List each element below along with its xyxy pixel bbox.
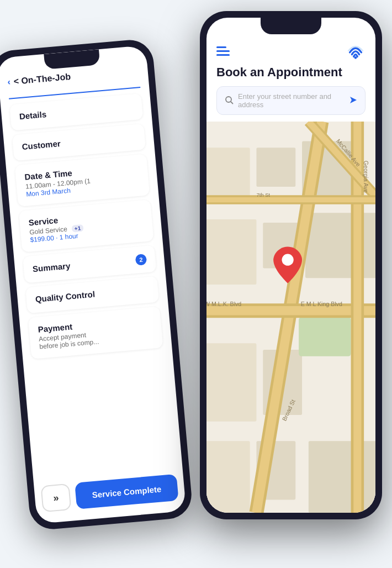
svg-rect-13 xyxy=(206,441,250,513)
hamburger-line-3 xyxy=(216,54,230,56)
menu-item-datetime[interactable]: Date & Time 11.00am - 12.00pm (1 Mon 3rd… xyxy=(15,154,150,207)
svg-rect-15 xyxy=(299,317,351,356)
location-arrow-icon xyxy=(349,96,357,106)
map-area: Georgia Ave McCallie Ave W M.L.K. Blvd E… xyxy=(206,122,375,513)
phone-front: Book an Appointment Enter your street nu… xyxy=(200,11,382,519)
summary-row: Summary 2 xyxy=(32,254,147,275)
svg-rect-8 xyxy=(206,219,256,285)
quality-control-label: Quality Control xyxy=(35,285,150,304)
svg-point-0 xyxy=(354,56,357,59)
back-phone-header: ‹ < On-The-Job xyxy=(7,66,140,92)
back-phone-title: < On-The-Job xyxy=(13,72,71,87)
search-input[interactable]: Enter your street number and address xyxy=(238,92,345,109)
hamburger-menu-icon[interactable] xyxy=(216,46,230,56)
skip-button[interactable]: » xyxy=(40,483,71,512)
svg-text:Georgia Ave: Georgia Ave xyxy=(363,161,369,193)
svg-text:7th St: 7th St xyxy=(256,192,270,198)
back-chevron-icon[interactable]: ‹ xyxy=(7,77,11,87)
details-label: Details xyxy=(19,102,134,121)
hamburger-line-1 xyxy=(216,46,226,48)
front-phone-notch xyxy=(261,18,321,34)
customer-label: Customer xyxy=(22,132,136,151)
address-search-bar[interactable]: Enter your street number and address xyxy=(216,86,365,115)
back-phone-bottom: » Service Complete xyxy=(40,474,178,512)
page-title: Book an Appointment xyxy=(206,65,375,86)
app-logo xyxy=(346,41,365,61)
svg-text:E M L King Blvd: E M L King Blvd xyxy=(301,301,342,307)
search-icon xyxy=(225,96,234,106)
svg-rect-5 xyxy=(206,148,250,199)
svg-rect-10 xyxy=(305,213,375,278)
svg-text:W M.L.K. Blvd: W M.L.K. Blvd xyxy=(206,301,241,307)
svg-rect-16 xyxy=(309,441,375,513)
service-complete-button[interactable]: Service Complete xyxy=(75,474,178,509)
svg-rect-6 xyxy=(256,148,295,187)
summary-label: Summary xyxy=(32,261,71,274)
phone-back: ‹ < On-The-Job Details Customer Date & T… xyxy=(0,38,193,531)
svg-point-34 xyxy=(282,254,293,266)
summary-count-badge: 2 xyxy=(135,254,147,266)
svg-line-2 xyxy=(231,102,233,104)
hamburger-line-2 xyxy=(216,50,230,52)
menu-item-service[interactable]: Service Gold Service +1 $199.00 · 1 hour xyxy=(19,199,154,253)
svg-rect-11 xyxy=(206,343,256,422)
svg-marker-3 xyxy=(350,97,357,103)
map-svg: Georgia Ave McCallie Ave W M.L.K. Blvd E… xyxy=(206,122,375,513)
service-extra-badge: +1 xyxy=(71,224,83,232)
menu-item-payment[interactable]: Payment Accept payment before job is com… xyxy=(28,306,163,359)
front-phone-header xyxy=(206,34,375,65)
